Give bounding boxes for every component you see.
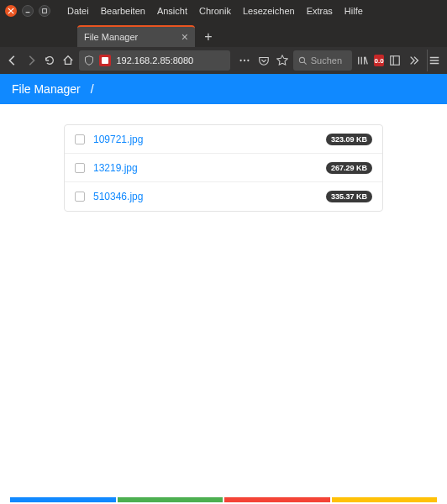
breadcrumb-root[interactable]: /: [91, 82, 94, 96]
file-row[interactable]: 13219.jpg 267.29 KB: [65, 154, 382, 182]
library-button[interactable]: [355, 50, 371, 71]
file-name-link[interactable]: 109721.jpg: [93, 134, 143, 145]
file-size-badge: 335.37 KB: [326, 191, 372, 202]
close-icon: [8, 8, 14, 14]
overflow-button[interactable]: [407, 50, 422, 71]
file-size-badge: 323.09 KB: [326, 134, 372, 145]
hamburger-icon: [429, 55, 440, 66]
svg-point-4: [299, 57, 304, 62]
window-close-button[interactable]: [5, 5, 17, 17]
svg-rect-0: [43, 9, 47, 13]
search-icon: [298, 56, 308, 66]
app-menu-button[interactable]: [427, 50, 442, 71]
app-menubar: Datei Bearbeiten Ansicht Chronik Lesezei…: [67, 6, 363, 16]
page-header: File Manager /: [0, 74, 447, 104]
arrow-left-icon: [7, 55, 18, 66]
svg-point-1: [240, 60, 242, 61]
nav-reload-button[interactable]: [42, 50, 57, 71]
browser-navbar: 192.168.2.85:8080 Suchen 0.0: [0, 47, 447, 74]
search-placeholder: Suchen: [311, 55, 342, 66]
file-checkbox[interactable]: [75, 192, 85, 202]
window-minimize-button[interactable]: [22, 5, 34, 17]
window-maximize-button[interactable]: [39, 5, 50, 17]
star-icon: [276, 55, 288, 66]
page-actions-button[interactable]: [237, 50, 252, 71]
url-bar[interactable]: 192.168.2.85:8080: [79, 50, 230, 71]
minimize-icon: [24, 8, 31, 14]
chevron-double-right-icon: [408, 55, 420, 66]
arrow-right-icon: [25, 55, 37, 66]
page-content: 109721.jpg 323.09 KB 13219.jpg 267.29 KB…: [0, 104, 447, 497]
nav-home-button[interactable]: [60, 50, 76, 71]
reader-pocket-button[interactable]: [256, 50, 271, 71]
file-name-link[interactable]: 510346.jpg: [93, 191, 143, 202]
file-row[interactable]: 109721.jpg 323.09 KB: [65, 125, 382, 154]
sidebar-button[interactable]: [387, 50, 402, 71]
library-icon: [357, 55, 369, 66]
bottom-color-bar: [10, 497, 437, 502]
menu-ansicht[interactable]: Ansicht: [157, 6, 187, 16]
file-name-link[interactable]: 13219.jpg: [93, 162, 138, 174]
extension-badge[interactable]: 0.0: [374, 55, 385, 66]
menu-hilfe[interactable]: Hilfe: [344, 6, 363, 16]
bookmark-star-button[interactable]: [275, 50, 290, 71]
menu-chronik[interactable]: Chronik: [199, 6, 231, 16]
sidebar-icon: [389, 55, 401, 66]
browser-tabstrip: File Manager × +: [0, 22, 447, 47]
site-favicon: [99, 55, 111, 66]
svg-point-3: [248, 60, 250, 61]
nav-forward-button[interactable]: [24, 50, 39, 71]
dots-icon: [239, 55, 250, 66]
browser-tab[interactable]: File Manager ×: [77, 25, 195, 47]
window-titlebar: Datei Bearbeiten Ansicht Chronik Lesezei…: [0, 0, 447, 22]
menu-datei[interactable]: Datei: [67, 6, 89, 16]
tab-title: File Manager: [84, 32, 138, 42]
file-checkbox[interactable]: [75, 134, 85, 144]
file-checkbox[interactable]: [75, 163, 85, 173]
file-list: 109721.jpg 323.09 KB 13219.jpg 267.29 KB…: [64, 124, 383, 212]
menu-lesezeichen[interactable]: Lesezeichen: [243, 6, 295, 16]
maximize-icon: [41, 8, 48, 14]
nav-back-button[interactable]: [5, 50, 20, 71]
url-text: 192.168.2.85:8080: [116, 55, 193, 66]
svg-rect-5: [391, 56, 400, 66]
svg-point-2: [244, 60, 245, 61]
file-row[interactable]: 510346.jpg 335.37 KB: [65, 182, 382, 211]
home-icon: [62, 55, 74, 66]
page-title: File Manager: [12, 82, 81, 96]
pocket-icon: [258, 55, 270, 66]
shield-icon: [84, 55, 94, 66]
menu-extras[interactable]: Extras: [307, 6, 333, 16]
menu-bearbeiten[interactable]: Bearbeiten: [101, 6, 145, 16]
file-size-badge: 267.29 KB: [326, 162, 372, 174]
new-tab-button[interactable]: +: [198, 27, 218, 47]
reload-icon: [44, 55, 55, 66]
tab-close-button[interactable]: ×: [181, 30, 188, 44]
search-bar[interactable]: Suchen: [293, 50, 352, 71]
